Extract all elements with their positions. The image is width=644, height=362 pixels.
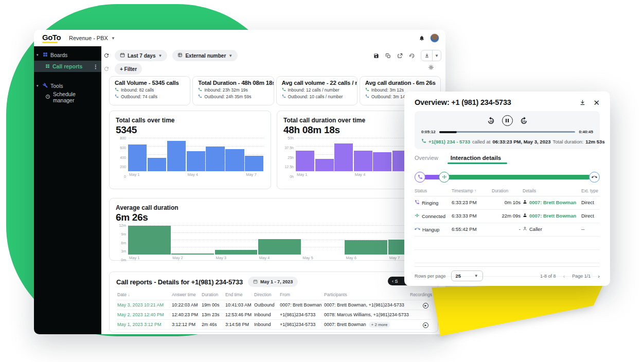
gear-icon[interactable]	[428, 64, 434, 70]
forward-10-icon[interactable]: 10	[520, 116, 528, 125]
call-reports-table-card: Call reports - Details for +1(981) 234-5…	[109, 272, 438, 333]
x-tick-label: May 6	[346, 256, 356, 260]
y-tick-label: 37.5h	[284, 146, 294, 150]
workspace-selector[interactable]: Revenue - PBX▼	[69, 35, 115, 41]
cell-date[interactable]: May 1, 2023 6:33 PM	[117, 332, 162, 333]
sidebar-item-schedule-manager[interactable]: Schedule manager	[34, 92, 101, 103]
cell-answer: 12:40:23 PM	[172, 312, 198, 317]
column-header-timestamp[interactable]: Timestamp ↑	[452, 188, 476, 193]
rows-per-page-select[interactable]: 25▼	[451, 270, 483, 281]
export-icon[interactable]	[397, 53, 403, 59]
avatar[interactable]	[430, 33, 439, 43]
cell-timestamp: 6:33:33 PM	[452, 213, 492, 219]
history-icon[interactable]	[409, 53, 415, 59]
bar-may-3[interactable]	[334, 143, 353, 171]
cell-direction: Inbound	[254, 332, 271, 333]
bar-may-1[interactable]	[128, 144, 147, 171]
copy-icon[interactable]	[385, 53, 391, 59]
x-tick-label: May 1	[297, 172, 307, 177]
x-tick-label: May 2	[172, 256, 183, 260]
cell-date[interactable]: May 1, 2023 3:12 PM	[117, 322, 162, 327]
hangup-icon	[415, 226, 420, 233]
download-icon[interactable]	[421, 50, 432, 61]
close-icon[interactable]: ✕	[593, 99, 600, 106]
phone-outbound-icon	[198, 94, 202, 99]
bar-may-4[interactable]	[258, 239, 301, 255]
gridline	[128, 232, 432, 233]
column-header-details[interactable]: Details	[523, 188, 536, 193]
column-header-recordings[interactable]: Recordings	[384, 292, 432, 297]
sidebar-item-boards[interactable]: ▾ Boards	[34, 49, 101, 61]
rewind-10-icon[interactable]: 10	[487, 116, 495, 125]
phone-outbound-icon	[115, 94, 119, 99]
column-header-ext-type[interactable]: Ext. type	[581, 188, 598, 193]
x-tick-label: May 4	[188, 172, 198, 177]
bar-may-3[interactable]	[167, 141, 186, 171]
gridline	[128, 146, 264, 147]
cell-status: Hangup	[415, 226, 451, 233]
cell-date[interactable]: May 2, 2023 12:40 PM	[117, 312, 164, 317]
play-recording-icon[interactable]: ▶	[423, 332, 428, 333]
bar-may-4[interactable]	[187, 151, 205, 171]
bar-may-3[interactable]	[215, 250, 258, 255]
dimension-filter[interactable]: External number▼	[172, 50, 238, 61]
details-value[interactable]: 0007: Brett Bowman	[529, 213, 576, 219]
more-participants-badge[interactable]: + 2 more	[369, 322, 390, 328]
column-header-duration[interactable]: Duration	[202, 292, 224, 297]
bar-may-6[interactable]	[345, 240, 387, 255]
column-header-direction[interactable]: Direction	[254, 292, 279, 297]
add-filter-button[interactable]: + Filter	[115, 63, 142, 75]
call-reports-grid-icon	[45, 63, 50, 69]
bar-may-1[interactable]	[128, 226, 171, 255]
chevron-down-icon[interactable]: ▼	[432, 50, 441, 61]
bell-icon[interactable]	[419, 35, 425, 41]
download-split-button[interactable]: ▼	[421, 50, 441, 61]
tab-interaction-details[interactable]: Interaction details	[451, 155, 501, 164]
bar-may-1[interactable]	[296, 151, 314, 171]
caller-number[interactable]: +1(981) 234 - 5733	[428, 139, 470, 144]
refresh-icon[interactable]	[103, 66, 110, 72]
pause-icon[interactable]	[502, 115, 513, 126]
cell-status: Ringing	[415, 200, 451, 206]
column-header-end-time[interactable]: End time	[225, 292, 253, 297]
details-value[interactable]: 0007: Brett Bowman	[529, 200, 576, 205]
prev-page-icon[interactable]: ‹	[563, 273, 565, 279]
sidebar-item-call-reports[interactable]: Call reports ⋮	[34, 61, 101, 72]
ringing-segment	[424, 175, 440, 179]
cell-end: 12:53:46 PM	[225, 312, 252, 317]
cell-end: 6:47:56 PM	[225, 332, 249, 333]
download-icon[interactable]	[579, 99, 586, 106]
sidebar-item-tools[interactable]: ▾ Tools	[34, 80, 101, 92]
phone-icon	[421, 138, 426, 144]
bar-may-2[interactable]	[315, 159, 334, 171]
table-date-range[interactable]: May 1 - 7, 2023	[248, 277, 298, 287]
bar-may-7[interactable]	[245, 156, 263, 171]
bar-may-5[interactable]	[206, 147, 224, 171]
phone-outbound-icon	[365, 94, 369, 99]
cell-from: +1(981)234-5733	[280, 322, 315, 327]
bar-may-4[interactable]	[354, 151, 372, 171]
speaker-icon	[415, 213, 420, 219]
bar-may-5[interactable]	[373, 152, 391, 171]
cell-date[interactable]: May 3, 2023 10:21 AM	[117, 302, 164, 307]
bar-may-6[interactable]	[225, 149, 244, 171]
cell-ext_type: Direct	[581, 213, 600, 219]
refresh-icon[interactable]	[103, 52, 110, 59]
tab-overview[interactable]: Overview	[415, 155, 438, 164]
play-recording-icon[interactable]: ▶	[423, 322, 428, 328]
play-recording-icon[interactable]: ▶	[423, 303, 428, 309]
kebab-menu-icon[interactable]: ⋮	[93, 64, 98, 69]
next-page-icon[interactable]: ›	[598, 273, 600, 279]
progress-bar[interactable]	[439, 131, 576, 133]
column-header-status[interactable]: Status	[415, 188, 427, 193]
bar-may-2[interactable]	[148, 158, 166, 171]
y-axis: 0m3m6m9m12m	[116, 226, 128, 260]
column-header-date[interactable]: Date ↓	[117, 292, 171, 297]
column-header-duration[interactable]: Duration	[492, 188, 508, 193]
cell-answer: 3:12:12 PM	[172, 322, 195, 327]
column-header-from[interactable]: From	[280, 292, 323, 297]
column-header-answer-time[interactable]: Answer time	[172, 292, 200, 297]
cell-ext_type: Direct	[581, 200, 600, 205]
save-icon[interactable]	[373, 53, 379, 59]
date-range-filter[interactable]: Last 7 days▼	[115, 50, 167, 61]
